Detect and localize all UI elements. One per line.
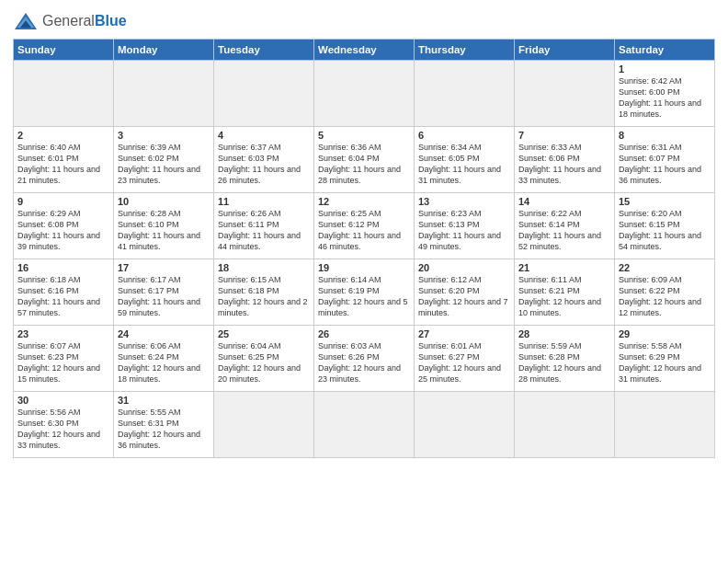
day-info: Sunrise: 6:20 AM Sunset: 6:15 PM Dayligh… <box>619 208 711 253</box>
calendar-day-cell <box>114 61 214 127</box>
day-info: Sunrise: 6:40 AM Sunset: 6:01 PM Dayligh… <box>17 142 109 187</box>
day-info: Sunrise: 6:23 AM Sunset: 6:13 PM Dayligh… <box>418 208 510 253</box>
day-number: 20 <box>418 262 510 273</box>
logo: GeneralBlue <box>13 11 127 31</box>
calendar-table: Sunday Monday Tuesday Wednesday Thursday… <box>13 39 715 458</box>
day-number: 6 <box>418 130 510 141</box>
calendar-day-cell: 31Sunrise: 5:55 AM Sunset: 6:31 PM Dayli… <box>114 392 214 458</box>
day-number: 31 <box>118 395 210 406</box>
calendar-day-cell: 8Sunrise: 6:31 AM Sunset: 6:07 PM Daylig… <box>615 127 715 193</box>
calendar-day-cell <box>515 392 615 458</box>
calendar-day-cell: 2Sunrise: 6:40 AM Sunset: 6:01 PM Daylig… <box>14 127 114 193</box>
calendar-day-cell: 16Sunrise: 6:18 AM Sunset: 6:16 PM Dayli… <box>14 259 114 326</box>
calendar-week-row: 9Sunrise: 6:29 AM Sunset: 6:08 PM Daylig… <box>14 193 715 259</box>
day-number: 30 <box>17 395 109 406</box>
day-info: Sunrise: 6:01 AM Sunset: 6:27 PM Dayligh… <box>418 340 510 385</box>
day-number: 10 <box>118 196 210 207</box>
logo-icon <box>13 11 39 31</box>
day-number: 1 <box>619 63 711 75</box>
day-number: 22 <box>619 262 711 273</box>
calendar-day-cell: 5Sunrise: 6:36 AM Sunset: 6:04 PM Daylig… <box>314 127 415 193</box>
weekday-header-row: Sunday Monday Tuesday Wednesday Thursday… <box>14 40 715 61</box>
calendar-day-cell <box>615 392 715 458</box>
day-info: Sunrise: 5:55 AM Sunset: 6:31 PM Dayligh… <box>118 407 210 452</box>
calendar-day-cell: 4Sunrise: 6:37 AM Sunset: 6:03 PM Daylig… <box>214 127 314 193</box>
header: GeneralBlue <box>13 11 715 31</box>
calendar-day-cell: 17Sunrise: 6:17 AM Sunset: 6:17 PM Dayli… <box>114 259 214 326</box>
day-info: Sunrise: 6:03 AM Sunset: 6:26 PM Dayligh… <box>318 340 410 385</box>
day-info: Sunrise: 6:09 AM Sunset: 6:22 PM Dayligh… <box>619 274 711 319</box>
day-number: 24 <box>118 328 210 339</box>
calendar-day-cell: 29Sunrise: 5:58 AM Sunset: 6:29 PM Dayli… <box>615 326 715 392</box>
day-info: Sunrise: 6:26 AM Sunset: 6:11 PM Dayligh… <box>218 208 310 253</box>
header-saturday: Saturday <box>615 40 715 61</box>
day-info: Sunrise: 6:29 AM Sunset: 6:08 PM Dayligh… <box>17 208 109 253</box>
day-info: Sunrise: 5:59 AM Sunset: 6:28 PM Dayligh… <box>518 340 610 385</box>
calendar-day-cell <box>415 392 515 458</box>
day-info: Sunrise: 5:56 AM Sunset: 6:30 PM Dayligh… <box>17 407 109 452</box>
day-info: Sunrise: 6:06 AM Sunset: 6:24 PM Dayligh… <box>118 340 210 385</box>
calendar-day-cell: 18Sunrise: 6:15 AM Sunset: 6:18 PM Dayli… <box>214 259 314 326</box>
day-number: 13 <box>418 196 510 207</box>
calendar-day-cell: 3Sunrise: 6:39 AM Sunset: 6:02 PM Daylig… <box>114 127 214 193</box>
day-info: Sunrise: 6:37 AM Sunset: 6:03 PM Dayligh… <box>218 142 310 187</box>
day-info: Sunrise: 6:34 AM Sunset: 6:05 PM Dayligh… <box>418 142 510 187</box>
calendar-week-row: 2Sunrise: 6:40 AM Sunset: 6:01 PM Daylig… <box>14 127 715 193</box>
day-info: Sunrise: 6:14 AM Sunset: 6:19 PM Dayligh… <box>318 274 410 319</box>
day-info: Sunrise: 6:11 AM Sunset: 6:21 PM Dayligh… <box>518 274 610 319</box>
calendar-day-cell <box>415 61 515 127</box>
calendar-day-cell: 30Sunrise: 5:56 AM Sunset: 6:30 PM Dayli… <box>14 392 114 458</box>
day-number: 7 <box>518 130 610 141</box>
day-info: Sunrise: 6:17 AM Sunset: 6:17 PM Dayligh… <box>118 274 210 319</box>
calendar-body: 1Sunrise: 6:42 AM Sunset: 6:00 PM Daylig… <box>14 61 715 458</box>
day-number: 28 <box>518 328 610 339</box>
header-friday: Friday <box>515 40 615 61</box>
calendar-day-cell: 12Sunrise: 6:25 AM Sunset: 6:12 PM Dayli… <box>314 193 415 259</box>
day-number: 21 <box>518 262 610 273</box>
header-tuesday: Tuesday <box>214 40 314 61</box>
page: GeneralBlue Sunday Monday Tuesday Wednes… <box>0 0 728 563</box>
calendar-day-cell: 24Sunrise: 6:06 AM Sunset: 6:24 PM Dayli… <box>114 326 214 392</box>
day-number: 9 <box>17 196 109 207</box>
day-info: Sunrise: 6:07 AM Sunset: 6:23 PM Dayligh… <box>17 340 109 385</box>
day-number: 18 <box>218 262 310 273</box>
day-info: Sunrise: 6:25 AM Sunset: 6:12 PM Dayligh… <box>318 208 410 253</box>
day-info: Sunrise: 6:12 AM Sunset: 6:20 PM Dayligh… <box>418 274 510 319</box>
calendar-day-cell <box>214 392 314 458</box>
day-info: Sunrise: 6:22 AM Sunset: 6:14 PM Dayligh… <box>518 208 610 253</box>
day-info: Sunrise: 6:42 AM Sunset: 6:00 PM Dayligh… <box>619 75 711 121</box>
calendar-week-row: 1Sunrise: 6:42 AM Sunset: 6:00 PM Daylig… <box>14 61 715 127</box>
day-info: Sunrise: 6:39 AM Sunset: 6:02 PM Dayligh… <box>118 142 210 187</box>
day-info: Sunrise: 6:28 AM Sunset: 6:10 PM Dayligh… <box>118 208 210 253</box>
calendar-day-cell: 23Sunrise: 6:07 AM Sunset: 6:23 PM Dayli… <box>14 326 114 392</box>
day-number: 16 <box>17 262 109 273</box>
day-number: 12 <box>318 196 410 207</box>
calendar-day-cell: 28Sunrise: 5:59 AM Sunset: 6:28 PM Dayli… <box>515 326 615 392</box>
calendar-day-cell: 26Sunrise: 6:03 AM Sunset: 6:26 PM Dayli… <box>314 326 415 392</box>
day-number: 27 <box>418 328 510 339</box>
header-sunday: Sunday <box>14 40 114 61</box>
day-info: Sunrise: 6:31 AM Sunset: 6:07 PM Dayligh… <box>619 142 711 187</box>
calendar-day-cell: 27Sunrise: 6:01 AM Sunset: 6:27 PM Dayli… <box>415 326 515 392</box>
calendar-day-cell: 11Sunrise: 6:26 AM Sunset: 6:11 PM Dayli… <box>214 193 314 259</box>
day-number: 15 <box>619 196 711 207</box>
calendar-day-cell <box>515 61 615 127</box>
calendar-day-cell: 1Sunrise: 6:42 AM Sunset: 6:00 PM Daylig… <box>615 61 715 127</box>
day-number: 2 <box>17 130 109 141</box>
calendar-day-cell: 6Sunrise: 6:34 AM Sunset: 6:05 PM Daylig… <box>415 127 515 193</box>
day-number: 29 <box>619 328 711 339</box>
calendar-day-cell: 13Sunrise: 6:23 AM Sunset: 6:13 PM Dayli… <box>415 193 515 259</box>
calendar-day-cell: 10Sunrise: 6:28 AM Sunset: 6:10 PM Dayli… <box>114 193 214 259</box>
day-number: 14 <box>518 196 610 207</box>
day-info: Sunrise: 6:15 AM Sunset: 6:18 PM Dayligh… <box>218 274 310 319</box>
header-wednesday: Wednesday <box>314 40 415 61</box>
calendar-day-cell: 19Sunrise: 6:14 AM Sunset: 6:19 PM Dayli… <box>314 259 415 326</box>
header-monday: Monday <box>114 40 214 61</box>
day-info: Sunrise: 6:33 AM Sunset: 6:06 PM Dayligh… <box>518 142 610 187</box>
day-number: 8 <box>619 130 711 141</box>
calendar-day-cell: 21Sunrise: 6:11 AM Sunset: 6:21 PM Dayli… <box>515 259 615 326</box>
day-number: 17 <box>118 262 210 273</box>
header-thursday: Thursday <box>415 40 515 61</box>
day-info: Sunrise: 6:36 AM Sunset: 6:04 PM Dayligh… <box>318 142 410 187</box>
calendar-day-cell <box>14 61 114 127</box>
